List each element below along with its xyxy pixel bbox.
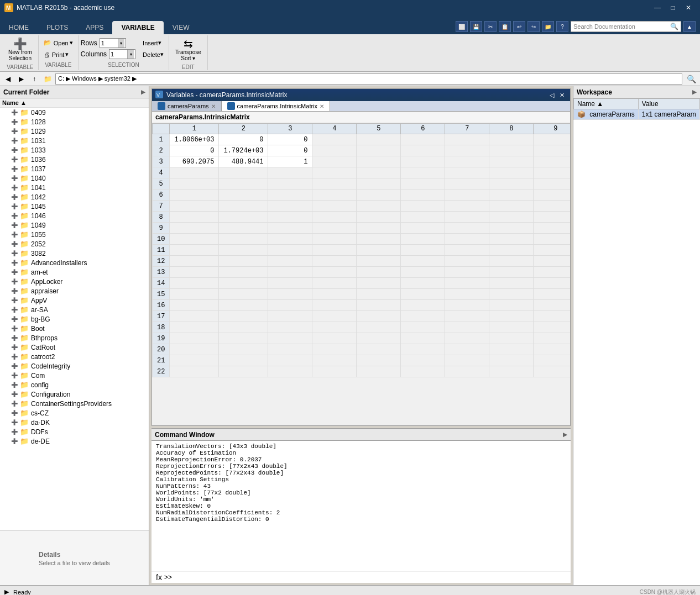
tab-camera-params[interactable]: cameraParams ✕ — [152, 101, 222, 111]
tree-item[interactable]: ➕📁bg-BG — [0, 314, 149, 324]
grid-cell[interactable] — [170, 245, 219, 256]
grid-cell[interactable] — [170, 322, 219, 333]
delete-button[interactable]: Delete ▾ — [140, 49, 166, 60]
grid-cell[interactable] — [170, 311, 219, 322]
grid-cell[interactable]: 690.2075 — [170, 156, 219, 167]
new-from-selection-button[interactable]: ➕ New fromSelection — [4, 36, 36, 63]
grid-cell[interactable] — [268, 223, 312, 234]
grid-cell[interactable] — [401, 223, 445, 234]
grid-cell[interactable] — [489, 289, 534, 300]
tree-item[interactable]: ➕📁1033 — [0, 145, 149, 155]
grid-cell[interactable]: 488.9441 — [219, 156, 268, 167]
tree-item[interactable]: ➕📁ContainerSettingsProviders — [0, 399, 149, 408]
grid-cell[interactable] — [489, 267, 534, 278]
rows-field[interactable]: ▾ — [100, 38, 126, 48]
grid-cell[interactable] — [357, 355, 401, 366]
address-search-button[interactable]: 🔍 — [685, 73, 698, 85]
grid-cell[interactable] — [312, 223, 357, 234]
grid-cell[interactable] — [268, 178, 312, 189]
grid-cell[interactable] — [312, 300, 357, 311]
tab-close-2[interactable]: ✕ — [320, 103, 324, 109]
grid-cell[interactable] — [312, 267, 357, 278]
tree-item[interactable]: ➕📁CatRoot — [0, 343, 149, 352]
grid-cell[interactable] — [534, 156, 570, 167]
grid-cell[interactable] — [268, 267, 312, 278]
grid-cell[interactable] — [357, 156, 401, 167]
tree-item[interactable]: ➕📁AppV — [0, 296, 149, 305]
tree-item[interactable]: ➕📁DDFs — [0, 427, 149, 436]
tab-plots[interactable]: PLOTS — [38, 21, 77, 34]
grid-cell[interactable] — [534, 245, 570, 256]
tree-item[interactable]: ➕📁Boot — [0, 324, 149, 333]
grid-cell[interactable] — [268, 333, 312, 344]
grid-cell[interactable] — [219, 223, 268, 234]
grid-cell[interactable] — [401, 344, 445, 355]
grid-cell[interactable] — [170, 344, 219, 355]
grid-cell[interactable] — [219, 311, 268, 322]
grid-cell[interactable] — [445, 167, 489, 178]
grid-cell[interactable] — [401, 278, 445, 289]
grid-cell[interactable] — [312, 189, 357, 201]
grid-cell[interactable] — [219, 333, 268, 344]
grid-cell[interactable] — [445, 234, 489, 245]
tree-item[interactable]: ➕📁1037 — [0, 164, 149, 173]
rows-dropdown-icon[interactable]: ▾ — [118, 39, 124, 48]
nav-forward-button[interactable]: ▶ — [15, 73, 27, 85]
grid-cell[interactable] — [312, 333, 357, 344]
grid-cell[interactable] — [534, 189, 570, 201]
grid-cell[interactable] — [445, 189, 489, 201]
toolbar-icon-btn-6[interactable]: ↪ — [527, 21, 540, 32]
cols-input[interactable] — [111, 51, 127, 57]
grid-cell[interactable] — [489, 278, 534, 289]
grid-cell[interactable] — [312, 366, 357, 377]
grid-cell[interactable] — [534, 333, 570, 344]
grid-cell[interactable] — [401, 267, 445, 278]
current-folder-collapse-icon[interactable]: ▶ — [141, 89, 145, 95]
open-button[interactable]: 📂 Open ▾ — [41, 38, 76, 48]
address-path[interactable]: C: ▶ Windows ▶ system32 ▶ — [55, 73, 682, 85]
grid-cell[interactable] — [312, 256, 357, 267]
grid-cell[interactable] — [312, 322, 357, 333]
editor-close-btn[interactable]: ✕ — [557, 91, 567, 99]
grid-cell[interactable] — [489, 300, 534, 311]
grid-cell[interactable] — [312, 167, 357, 178]
grid-cell[interactable] — [534, 355, 570, 366]
grid-cell[interactable] — [357, 167, 401, 178]
grid-cell[interactable] — [312, 178, 357, 189]
grid-cell[interactable] — [219, 366, 268, 377]
grid-cell[interactable] — [357, 300, 401, 311]
grid-cell[interactable] — [489, 333, 534, 344]
grid-cell[interactable] — [357, 344, 401, 355]
grid-cell[interactable] — [401, 134, 445, 145]
tree-item[interactable]: ➕📁AdvancedInstallers — [0, 258, 149, 267]
grid-cell[interactable] — [445, 156, 489, 167]
grid-cell[interactable] — [534, 289, 570, 300]
grid-cell[interactable] — [219, 201, 268, 212]
grid-cell[interactable] — [445, 145, 489, 156]
tree-item[interactable]: ➕📁1049 — [0, 220, 149, 230]
grid-cell[interactable] — [445, 245, 489, 256]
grid-cell[interactable] — [489, 344, 534, 355]
grid-cell[interactable] — [357, 366, 401, 377]
grid-cell[interactable] — [401, 178, 445, 189]
grid-cell[interactable] — [534, 223, 570, 234]
tree-item[interactable]: ➕📁1055 — [0, 230, 149, 239]
grid-cell[interactable] — [401, 289, 445, 300]
grid-cell[interactable] — [445, 366, 489, 377]
grid-cell[interactable] — [170, 178, 219, 189]
grid-cell[interactable] — [312, 245, 357, 256]
grid-cell[interactable] — [357, 223, 401, 234]
tab-home[interactable]: HOME — [0, 21, 38, 34]
nav-browse-button[interactable]: 📁 — [42, 73, 53, 85]
grid-cell[interactable] — [268, 201, 312, 212]
grid-cell[interactable] — [170, 355, 219, 366]
grid-cell[interactable] — [170, 267, 219, 278]
toolbar-icon-btn-4[interactable]: 📋 — [499, 21, 511, 32]
grid-cell[interactable] — [219, 267, 268, 278]
grid-cell[interactable] — [445, 311, 489, 322]
grid-cell[interactable] — [445, 355, 489, 366]
grid-cell[interactable] — [445, 289, 489, 300]
tree-item[interactable]: ➕📁am-et — [0, 267, 149, 277]
grid-cell[interactable] — [357, 245, 401, 256]
grid-cell[interactable] — [170, 189, 219, 201]
